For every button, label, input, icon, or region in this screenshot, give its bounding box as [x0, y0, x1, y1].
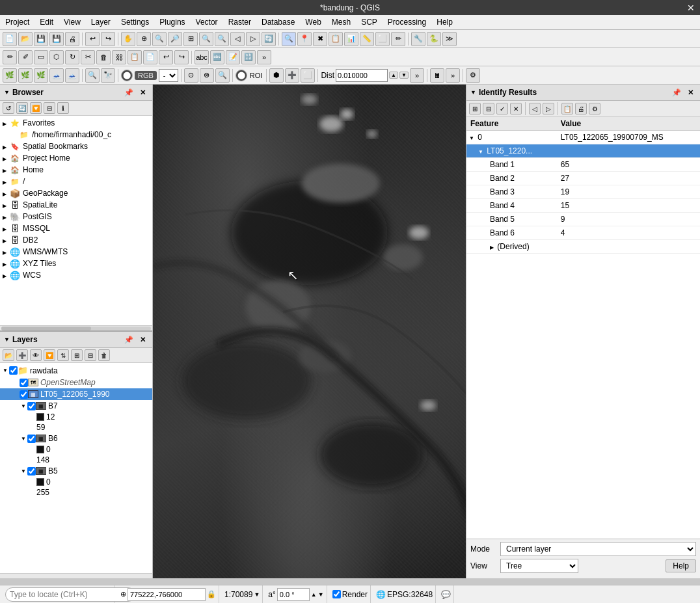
- browser-item-geopkg[interactable]: 📦 GeoPackage: [0, 187, 152, 199]
- browser-item-postgis[interactable]: 🐘 PostGIS: [0, 211, 152, 222]
- id-prev-btn[interactable]: ◁: [529, 103, 541, 114]
- menu-processing[interactable]: Processing: [385, 16, 429, 28]
- calc-btn[interactable]: 🖩: [430, 68, 444, 83]
- menu-database[interactable]: Database: [259, 16, 297, 28]
- open-table-btn[interactable]: 📋: [329, 32, 343, 46]
- measure-btn[interactable]: 📏: [360, 32, 374, 46]
- epsg-label[interactable]: EPSG:32648: [387, 590, 433, 599]
- browser-item-wcs[interactable]: 🌐 WCS: [0, 269, 152, 281]
- browser-close-icon[interactable]: ✕: [137, 87, 148, 98]
- id-expand-all-btn[interactable]: ⊞: [469, 103, 481, 114]
- identify-collapse-arrow[interactable]: ▼: [470, 89, 476, 96]
- browser-item-project-home[interactable]: 🏠 Project Home: [0, 152, 152, 164]
- lt05-checkbox[interactable]: [20, 390, 28, 399]
- browser-filter-btn[interactable]: 🔽: [30, 102, 42, 114]
- browser-item-homedir[interactable]: 📁 /home/firmanhadi/00_c: [0, 129, 152, 141]
- zoom-sel-btn[interactable]: 🔍: [215, 32, 229, 46]
- digitize-btn16[interactable]: 🔡: [241, 50, 256, 64]
- stat-btn[interactable]: 📊: [344, 32, 358, 46]
- layers-add-btn[interactable]: ➕: [16, 349, 28, 361]
- print-btn[interactable]: 🖨: [65, 32, 79, 46]
- zoom-in-btn[interactable]: 🔍: [152, 32, 167, 46]
- rotation-input[interactable]: [277, 588, 310, 601]
- menu-layer[interactable]: Layer: [88, 16, 113, 28]
- menu-scp[interactable]: SCP: [358, 16, 380, 28]
- new-project-btn[interactable]: 📄: [3, 32, 17, 46]
- browser-collapse-arrow[interactable]: ▼: [4, 89, 10, 96]
- menu-raster[interactable]: Raster: [226, 16, 254, 28]
- osm-checkbox[interactable]: [20, 379, 28, 387]
- menu-project[interactable]: Project: [3, 16, 32, 28]
- digitize-btn5[interactable]: ↻: [65, 50, 79, 64]
- id-select-all-btn[interactable]: ✓: [496, 103, 508, 114]
- band-select[interactable]: -: [159, 69, 178, 82]
- browser-item-wms[interactable]: 🌐 WMS/WMTS: [0, 246, 152, 258]
- raster-btn4[interactable]: 🗻: [49, 68, 64, 83]
- zoom-full-btn[interactable]: ⊞: [183, 32, 198, 46]
- b5-checkbox[interactable]: [27, 467, 36, 476]
- id-print-btn[interactable]: 🖨: [575, 103, 587, 114]
- menu-settings[interactable]: Settings: [118, 16, 152, 28]
- menu-web[interactable]: Web: [303, 16, 323, 28]
- browser-info-btn[interactable]: ℹ: [57, 102, 69, 114]
- layers-open-btn[interactable]: 📂: [3, 349, 14, 361]
- id-row-band6[interactable]: Band 6 4: [466, 226, 700, 240]
- digitize-btn11[interactable]: ↩: [159, 50, 173, 64]
- menu-view[interactable]: View: [61, 16, 83, 28]
- browser-item-favorites[interactable]: ⭐ Favorites: [0, 117, 152, 129]
- locator-input[interactable]: [5, 587, 135, 602]
- identify-pin-icon[interactable]: 📌: [671, 87, 682, 98]
- id-copy-btn[interactable]: 📋: [561, 103, 573, 114]
- raster-btn5[interactable]: 🗻: [65, 68, 79, 83]
- layers-close-icon[interactable]: ✕: [137, 334, 148, 345]
- undo-btn[interactable]: ↩: [85, 32, 100, 46]
- layers-pin-icon[interactable]: 📌: [123, 334, 135, 345]
- refresh-btn[interactable]: 🔄: [262, 32, 276, 46]
- browser-refresh-btn[interactable]: 🔄: [16, 102, 28, 114]
- digitize-btn4[interactable]: ⬡: [49, 50, 64, 64]
- save-btn[interactable]: 💾: [34, 32, 48, 46]
- scp-btn[interactable]: ⬢: [269, 68, 284, 83]
- layer-b7[interactable]: ▼ ▦ B7: [0, 400, 152, 412]
- layers-expand-btn[interactable]: ⊞: [71, 349, 83, 361]
- rgb-circle-btn[interactable]: ⬤: [121, 70, 133, 81]
- digitize-btn10[interactable]: 📄: [143, 50, 157, 64]
- scp-sq-btn[interactable]: ⬜: [301, 68, 315, 83]
- menu-help[interactable]: Help: [434, 16, 455, 28]
- raster-btn1[interactable]: 🌿: [3, 68, 17, 83]
- redo-btn[interactable]: ↪: [101, 32, 115, 46]
- layer-rawdata[interactable]: ▼ 📁 rawdata: [0, 364, 152, 377]
- digitize-btn9[interactable]: 📋: [128, 50, 142, 64]
- pan-map-btn[interactable]: ⊕: [137, 32, 151, 46]
- layers-visibility-btn[interactable]: 👁: [30, 349, 42, 361]
- id-row-band1[interactable]: Band 1 65: [466, 158, 700, 172]
- layers-filter-btn[interactable]: 🔽: [44, 349, 55, 361]
- browser-item-mssql[interactable]: 🗄 MSSQL: [0, 222, 152, 234]
- browser-item-db2[interactable]: 🗄 DB2: [0, 234, 152, 246]
- browser-hscroll[interactable]: [0, 325, 152, 330]
- id-deselect-btn[interactable]: ✕: [510, 103, 522, 114]
- b7-checkbox[interactable]: [27, 402, 36, 410]
- pan-btn[interactable]: ✋: [121, 32, 135, 46]
- more-raster-btn[interactable]: »: [410, 68, 424, 83]
- raster-btn6[interactable]: 🔍: [85, 68, 100, 83]
- menu-vector[interactable]: Vector: [193, 16, 221, 28]
- select-btn[interactable]: 📍: [297, 32, 312, 46]
- layers-remove-btn[interactable]: 🗑: [98, 349, 110, 361]
- open-btn[interactable]: 📂: [18, 32, 33, 46]
- help-button[interactable]: Help: [666, 559, 696, 572]
- browser-item-bookmarks[interactable]: 🔖 Spatial Bookmarks: [0, 141, 152, 152]
- browser-pin-icon[interactable]: 📌: [123, 87, 135, 98]
- identify-close-icon[interactable]: ✕: [684, 87, 696, 98]
- settings-map-btn[interactable]: ⚙: [466, 68, 480, 83]
- digitize-btn3[interactable]: ▭: [34, 50, 48, 64]
- rawdata-checkbox[interactable]: [9, 366, 18, 375]
- more-btn[interactable]: ≫: [442, 32, 457, 46]
- digitize-btn17[interactable]: »: [257, 50, 271, 64]
- id-collapse-all-btn[interactable]: ⊟: [483, 103, 494, 114]
- browser-add-btn[interactable]: ↺: [3, 102, 14, 114]
- zoom-next-btn[interactable]: ▷: [246, 32, 260, 46]
- mode-select[interactable]: Current layer Top down, stop at first Al…: [500, 542, 696, 556]
- browser-item-xyz[interactable]: 🌐 XYZ Tiles: [0, 258, 152, 269]
- stretch-btn1[interactable]: ⊙: [184, 68, 198, 83]
